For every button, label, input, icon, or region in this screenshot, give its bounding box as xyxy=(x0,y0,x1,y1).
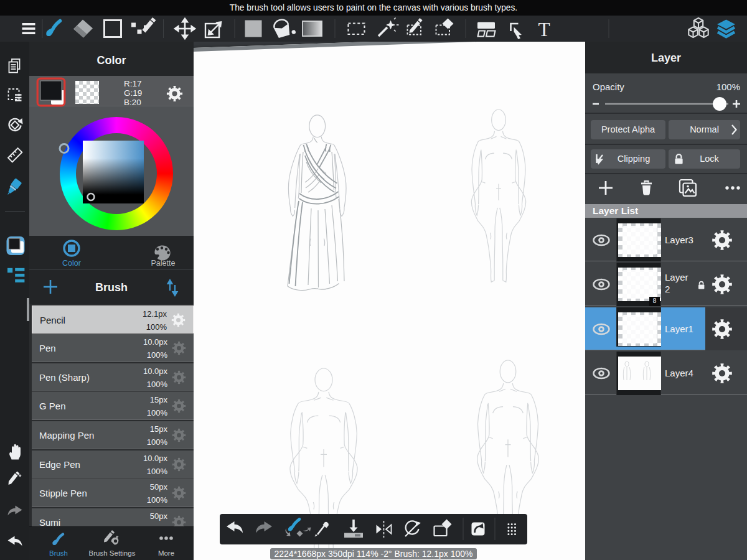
svg-text:Color: Color xyxy=(62,259,81,268)
svg-text:More: More xyxy=(158,549,174,557)
svg-text:T: T xyxy=(538,19,550,40)
svg-text:Palette: Palette xyxy=(151,259,176,268)
svg-text:Brush: Brush xyxy=(95,281,128,294)
svg-text:Brush Settings: Brush Settings xyxy=(89,549,136,557)
svg-text:Brush: Brush xyxy=(49,549,68,557)
